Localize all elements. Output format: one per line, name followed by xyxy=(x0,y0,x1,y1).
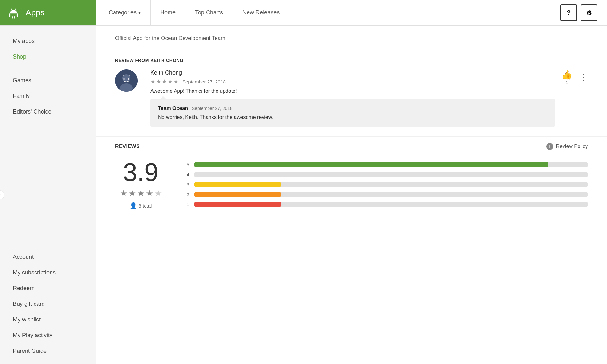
nav-new-releases[interactable]: New Releases xyxy=(233,0,289,25)
review-section: REVIEW FROM KEITH CHONG xyxy=(96,48,607,136)
app-description-text: Official App for the Ocean Development T… xyxy=(115,35,225,41)
sidebar-item-parent-guide[interactable]: Parent Guide xyxy=(0,343,96,359)
star-1: ★ xyxy=(150,78,155,85)
sidebar-item-shop[interactable]: Shop xyxy=(0,49,96,65)
vertical-dots-icon: ⋮ xyxy=(579,72,588,82)
star-5: ★ xyxy=(173,78,178,85)
reviewer-name: Keith Chong xyxy=(150,69,555,76)
bar-row-1: 1 xyxy=(185,202,588,207)
chevron-left-icon: ‹ xyxy=(0,192,1,197)
sidebar-divider-1 xyxy=(13,67,83,67)
svg-point-13 xyxy=(128,78,129,80)
dev-reply-text: No worries, Keith. Thanks for the awesom… xyxy=(158,115,547,120)
my-apps-label: My apps xyxy=(13,38,35,44)
bar-row-4: 4 xyxy=(185,172,588,177)
nav-actions: ? ⚙ xyxy=(560,4,607,21)
shop-label: Shop xyxy=(13,53,26,60)
bar-track-5 xyxy=(194,162,588,167)
sidebar-section-top: My apps Shop Games Family Editors' Choic… xyxy=(0,26,96,127)
sidebar-item-editors-choice[interactable]: Editors' Choice xyxy=(0,104,96,120)
reviews-header: REVIEWS i Review Policy xyxy=(115,143,588,150)
rating-star-2: ★ xyxy=(129,188,136,198)
sidebar: ‹ My apps Shop Games Family Editors' Cho… xyxy=(0,26,96,364)
dev-reply-header: Team Ocean September 27, 2018 xyxy=(158,106,547,111)
top-charts-label: Top Charts xyxy=(195,9,223,16)
settings-button[interactable]: ⚙ xyxy=(581,4,597,21)
more-options-button[interactable]: ⋮ xyxy=(579,73,588,82)
top-nav: Apps Categories ▾ Home Top Charts New Re… xyxy=(0,0,607,26)
brand-title: Apps xyxy=(26,8,44,18)
sidebar-item-redeem[interactable]: Redeem xyxy=(0,281,96,296)
sidebar-item-my-subscriptions[interactable]: My subscriptions xyxy=(0,265,96,281)
rating-star-4: ★ xyxy=(146,188,153,198)
review-date: September 27, 2018 xyxy=(182,79,226,84)
dev-name: Team Ocean xyxy=(158,106,188,111)
rating-star-3: ★ xyxy=(137,188,145,198)
bar-track-3 xyxy=(194,182,588,187)
reviews-title: REVIEWS xyxy=(115,144,140,149)
my-play-activity-label: My Play activity xyxy=(13,332,52,338)
review-actions: 👍 1 ⋮ xyxy=(555,69,588,85)
question-icon: ? xyxy=(567,9,571,16)
thumbs-up-button[interactable]: 👍 1 xyxy=(561,69,572,85)
bar-fill-1 xyxy=(194,202,281,207)
bar-row-3: 3 xyxy=(185,182,588,187)
family-label: Family xyxy=(13,93,30,99)
help-button[interactable]: ? xyxy=(560,4,577,21)
app-description: Official App for the Ocean Development T… xyxy=(96,26,607,48)
account-label: Account xyxy=(13,254,34,260)
thumbs-up-icon: 👍 xyxy=(561,69,572,80)
reviews-summary-section: REVIEWS i Review Policy 3.9 ★ ★ ★ ★ ★ xyxy=(96,136,607,222)
sidebar-item-myapps[interactable]: My apps xyxy=(0,33,96,49)
games-label: Games xyxy=(13,77,31,83)
rating-stars: ★ ★ ★ ★ ★ xyxy=(120,188,162,198)
review-policy-link[interactable]: i Review Policy xyxy=(546,143,588,150)
editors-choice-label: Editors' Choice xyxy=(13,108,51,115)
person-icon: 👤 xyxy=(130,202,137,209)
rating-star-1: ★ xyxy=(120,188,127,198)
sidebar-item-my-wishlist[interactable]: My wishlist xyxy=(0,312,96,328)
bar-label-4: 4 xyxy=(185,172,189,177)
rating-total: 👤 8 total xyxy=(130,202,152,209)
bar-track-1 xyxy=(194,202,588,207)
bar-track-4 xyxy=(194,172,588,177)
svg-rect-3 xyxy=(9,13,10,17)
sidebar-item-games[interactable]: Games xyxy=(0,73,96,88)
sidebar-item-my-play-activity[interactable]: My Play activity xyxy=(0,328,96,343)
review-meta: ★ ★ ★ ★ ★ September 27, 2018 xyxy=(150,78,555,85)
categories-label: Categories xyxy=(109,9,137,16)
bar-row-5: 5 xyxy=(185,162,588,167)
rating-star-5: ★ xyxy=(154,188,162,198)
sidebar-subnav: Games Family Editors' Choice xyxy=(0,70,96,122)
bar-track-2 xyxy=(194,192,588,197)
parent-guide-label: Parent Guide xyxy=(13,348,47,354)
total-label: 8 total xyxy=(139,203,152,209)
nav-links: Categories ▾ Home Top Charts New Release… xyxy=(96,0,560,25)
sidebar-item-family[interactable]: Family xyxy=(0,88,96,104)
redeem-label: Redeem xyxy=(13,285,35,291)
bar-fill-5 xyxy=(194,162,548,167)
svg-rect-5 xyxy=(12,16,13,19)
bar-row-2: 2 xyxy=(185,192,588,197)
new-releases-label: New Releases xyxy=(242,9,280,16)
svg-rect-4 xyxy=(17,13,18,17)
svg-point-12 xyxy=(123,78,125,80)
nav-categories[interactable]: Categories ▾ xyxy=(109,0,151,25)
bar-label-1: 1 xyxy=(185,202,189,207)
rating-chart: 3.9 ★ ★ ★ ★ ★ 👤 8 total xyxy=(115,160,588,209)
review-body: Keith Chong ★ ★ ★ ★ ★ September 27, 2018 xyxy=(150,69,555,127)
android-icon xyxy=(6,6,20,20)
buy-gift-card-label: Buy gift card xyxy=(13,301,45,307)
nav-home[interactable]: Home xyxy=(151,0,185,25)
nav-top-charts[interactable]: Top Charts xyxy=(185,0,233,25)
sidebar-item-buy-gift-card[interactable]: Buy gift card xyxy=(0,296,96,312)
bar-label-3: 3 xyxy=(185,182,189,187)
thumbs-count: 1 xyxy=(566,80,568,85)
bar-fill-2 xyxy=(194,192,281,197)
dev-reply-date: September 27, 2018 xyxy=(192,106,233,111)
brand-area: Apps xyxy=(0,0,96,25)
sidebar-item-account[interactable]: Account xyxy=(0,249,96,265)
review-from-title: REVIEW FROM KEITH CHONG xyxy=(115,58,588,63)
review-policy-label: Review Policy xyxy=(556,144,588,149)
dev-reply: Team Ocean September 27, 2018 No worries… xyxy=(150,99,555,127)
